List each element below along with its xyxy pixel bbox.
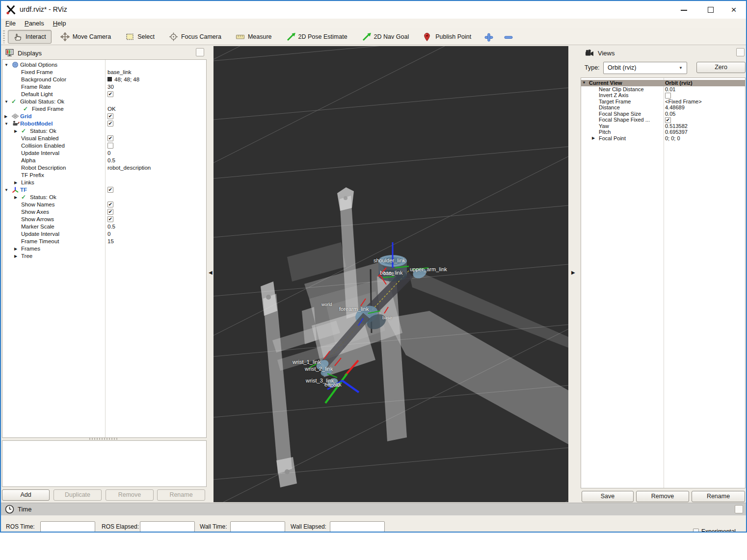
menu-file[interactable]: File [1, 19, 20, 28]
checkbox-icon[interactable] [665, 93, 671, 99]
plus-tool-button[interactable] [480, 30, 496, 44]
displays-row-collision-enabled[interactable]: Collision Enabled [2, 142, 206, 150]
displays-float-button[interactable] [196, 48, 204, 56]
property-value[interactable]: 0.5 [107, 223, 115, 230]
displays-row-show-axes[interactable]: Show Axes✔ [2, 208, 206, 216]
displays-row-update-interval[interactable]: Update Interval0 [2, 150, 206, 157]
experimental-checkbox[interactable]: Experimental [693, 528, 736, 532]
views-row-focal-point[interactable]: ▶Focal Point0; 0; 0 [581, 135, 745, 142]
property-value[interactable]: 48; 48; 48 [107, 76, 139, 83]
checkbox-icon[interactable]: ✔ [107, 209, 113, 215]
collapse-left-panel-arrow[interactable]: ◀ [209, 270, 213, 275]
displays-row-links[interactable]: ▶Links [2, 179, 206, 186]
time-float-button[interactable] [735, 505, 743, 513]
displays-row-fixed-frame[interactable]: ✓Fixed FrameOK [2, 105, 206, 113]
checkbox-icon[interactable]: ✔ [107, 202, 113, 207]
displays-row-default-light[interactable]: Default Light✔ [2, 91, 206, 98]
expander-closed-icon[interactable]: ▶ [592, 135, 599, 142]
displays-row-grid[interactable]: ▶Grid✔ [2, 113, 206, 120]
displays-row-visual-enabled[interactable]: Visual Enabled✔ [2, 135, 206, 142]
property-value[interactable]: 0.5 [107, 157, 115, 164]
views-float-button[interactable] [736, 48, 745, 56]
property-value[interactable]: 30 [107, 83, 114, 91]
ros-elapsed-input[interactable] [140, 521, 195, 532]
tool-focus-camera-button[interactable]: Focus Camera [163, 30, 227, 44]
tool-2d-nav-goal-button[interactable]: 2D Nav Goal [356, 30, 415, 44]
tool-publish-point-button[interactable]: Publish Point [418, 30, 477, 44]
views-row-focal-shape-size[interactable]: Focal Shape Size0.05 [581, 111, 745, 117]
tool-measure-button[interactable]: Measure [230, 30, 277, 44]
property-value[interactable]: OK [107, 105, 116, 113]
views-row-pitch[interactable]: Pitch0.695397 [581, 129, 745, 135]
toolbar-drag-handle[interactable] [3, 30, 5, 43]
property-value[interactable]: 15 [107, 238, 114, 245]
expander-open-icon[interactable]: ▼ [4, 98, 11, 105]
property-value[interactable]: robot_description [107, 164, 151, 172]
property-value[interactable]: Orbit (rviz) [665, 80, 693, 86]
remove-button[interactable]: Remove [636, 491, 689, 502]
checkbox-icon[interactable]: ✔ [107, 216, 113, 222]
views-row-yaw[interactable]: Yaw0.513582 [581, 123, 745, 129]
tool-move-camera-button[interactable]: Move Camera [55, 30, 117, 44]
collapse-right-panel-arrow[interactable]: ▶ [571, 270, 575, 275]
tool-interact-button[interactable]: Interact [8, 30, 52, 44]
property-value[interactable]: 0 [107, 230, 110, 238]
property-value[interactable]: 0.01 [665, 86, 675, 93]
expander-closed-icon[interactable]: ▶ [14, 179, 21, 186]
checkbox-icon[interactable]: ✔ [665, 117, 671, 123]
zero-button[interactable]: Zero [696, 62, 746, 73]
views-row-current-view[interactable]: ▼Current ViewOrbit (rviz) [581, 80, 745, 86]
displays-row-marker-scale[interactable]: Marker Scale0.5 [2, 223, 206, 230]
views-row-distance[interactable]: Distance4.48689 [581, 104, 745, 111]
displays-row-tf[interactable]: ▼TF✔ [2, 186, 206, 194]
checkbox-icon[interactable]: ✔ [107, 113, 113, 119]
views-row-focal-shape-fixed-[interactable]: Focal Shape Fixed ...✔ [581, 117, 745, 123]
menu-panels[interactable]: Panels [20, 19, 49, 28]
displays-row-robot-description[interactable]: Robot Descriptionrobot_description [2, 164, 206, 172]
views-row-near-clip-distance[interactable]: Near Clip Distance0.01 [581, 86, 745, 93]
add-button[interactable]: Add [2, 489, 50, 501]
property-value[interactable]: 0.695397 [665, 129, 688, 135]
expander-closed-icon[interactable]: ▶ [14, 253, 21, 260]
displays-row-alpha[interactable]: Alpha0.5 [2, 157, 206, 164]
wall-elapsed-input[interactable] [330, 521, 385, 532]
displays-row-status-ok[interactable]: ▶✓Status: Ok [2, 194, 206, 201]
checkbox-icon[interactable]: ✔ [107, 121, 113, 127]
displays-row-robotmodel[interactable]: ▼RobotModel✔ [2, 120, 206, 127]
displays-row-frame-rate[interactable]: Frame Rate30 [2, 83, 206, 91]
views-row-invert-z-axis[interactable]: Invert Z Axis [581, 92, 745, 99]
expander-open-icon[interactable]: ▼ [4, 61, 11, 69]
property-value[interactable]: base_link [107, 69, 132, 76]
tool-select-button[interactable]: Select [120, 30, 160, 44]
minus-tool-button[interactable] [500, 30, 516, 44]
displays-row-global-options[interactable]: ▼Global Options [2, 61, 206, 69]
checkbox-icon[interactable] [693, 529, 699, 532]
expander-open-icon[interactable]: ▼ [582, 80, 589, 86]
tool-2d-pose-estimate-button[interactable]: 2D Pose Estimate [281, 30, 353, 44]
displays-row-frame-timeout[interactable]: Frame Timeout15 [2, 238, 206, 245]
rename-button[interactable]: Rename [692, 491, 745, 502]
displays-row-tree[interactable]: ▶Tree [2, 253, 206, 260]
expander-closed-icon[interactable]: ▶ [14, 245, 21, 253]
displays-row-status-ok[interactable]: ▶✓Status: Ok [2, 127, 206, 135]
displays-row-show-arrows[interactable]: Show Arrows✔ [2, 216, 206, 223]
checkbox-icon[interactable]: ✔ [107, 135, 113, 141]
expander-closed-icon[interactable]: ▶ [14, 194, 21, 201]
expander-closed-icon[interactable]: ▶ [14, 127, 21, 135]
displays-row-tf-prefix[interactable]: TF Prefix [2, 172, 206, 179]
displays-row-frames[interactable]: ▶Frames [2, 245, 206, 253]
property-value[interactable]: 0 [107, 150, 110, 157]
minimize-button[interactable] [675, 4, 692, 16]
displays-row-background-color[interactable]: Background Color48; 48; 48 [2, 76, 206, 83]
property-value[interactable]: <Fixed Frame> [665, 99, 702, 105]
maximize-button[interactable] [702, 4, 719, 16]
property-value[interactable]: 4.48689 [665, 104, 685, 111]
checkbox-icon[interactable]: ✔ [107, 91, 113, 97]
checkbox-icon[interactable] [107, 143, 113, 149]
menu-help[interactable]: Help [49, 19, 71, 28]
expander-open-icon[interactable]: ▼ [4, 186, 11, 194]
wall-time-input[interactable] [230, 521, 285, 532]
displays-row-fixed-frame[interactable]: Fixed Framebase_link [2, 69, 206, 76]
expander-open-icon[interactable]: ▼ [4, 120, 11, 127]
expander-closed-icon[interactable]: ▶ [4, 113, 11, 120]
